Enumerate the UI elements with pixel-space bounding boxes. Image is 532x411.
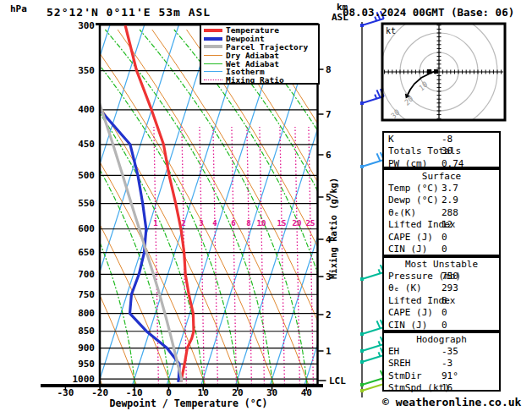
- stats-value: 0: [442, 307, 447, 319]
- stats-row: CIN (J)0: [384, 320, 499, 332]
- pressure-tick-label: 600: [59, 223, 95, 234]
- km-tick-label: 8: [326, 64, 332, 75]
- stats-label: EH: [388, 346, 399, 358]
- stats-label: StmSpd (kt): [388, 382, 450, 394]
- stats-value: 750: [442, 271, 458, 282]
- pressure-tick-label: 900: [59, 342, 95, 353]
- stats-value: 16: [442, 382, 452, 394]
- pressure-tick-label: 750: [59, 289, 95, 300]
- stats-row: Dewp (°C)2.9: [384, 195, 499, 206]
- stats-row: Lifted Index12: [384, 219, 499, 231]
- stats-label: CIN (J): [388, 320, 427, 332]
- legend-label: Dewpoint: [226, 35, 265, 42]
- stats-row: Temp (°C)3.7: [384, 183, 499, 195]
- legend-label: Dry Adiabat: [226, 52, 279, 59]
- stats-label: K: [388, 134, 394, 145]
- temp-tick-label: -30: [51, 387, 80, 398]
- legend-item: Parcel Trajectory: [204, 43, 318, 52]
- pressure-tick-label: 800: [59, 308, 95, 319]
- stats-row: CIN (J)0: [384, 244, 499, 255]
- legend-swatch-temperature: [204, 29, 222, 32]
- stats-value: 3.7: [442, 183, 458, 195]
- wind-barb-column: [360, 11, 384, 397]
- stats-box-indices: K-8Totals Totals30PW (cm)0.74: [382, 131, 501, 168]
- stats-label: StmDir: [388, 370, 422, 382]
- stats-row: EH-35: [384, 346, 499, 358]
- stats-row: CAPE (J)0: [384, 307, 499, 319]
- wind-barb: [360, 320, 384, 336]
- pressure-tick-label: 550: [59, 198, 95, 209]
- stats-value: 0: [442, 244, 447, 255]
- stats-value: -35: [442, 346, 458, 358]
- legend-swatch-dry-adiabat: [204, 55, 222, 56]
- stats-row: θₑ (K)293: [384, 282, 499, 294]
- lcl-label: LCL: [329, 375, 346, 386]
- stats-row: SREH-3: [384, 358, 499, 370]
- stats-row: Totals Totals30: [384, 145, 499, 157]
- x-axis-label: Dewpoint / Temperature (°C): [96, 397, 282, 409]
- stats-label: Temp (°C): [388, 183, 439, 195]
- pressure-unit-label: hPa: [10, 3, 27, 14]
- legend-swatch-wet-adiabat: [204, 63, 222, 64]
- mixing-ratio-tick-label: 15: [274, 219, 289, 227]
- mixing-ratio-tick-label: 1: [148, 219, 163, 227]
- stats-box-most-unstable: Most UnstablePressure (mb)750θₑ (K)293Li…: [382, 256, 501, 332]
- stats-value: 91°: [442, 370, 458, 382]
- stats-row: StmSpd (kt)16: [384, 382, 499, 394]
- pressure-tick-label: 950: [59, 359, 95, 370]
- legend-label: Temperature: [226, 26, 279, 34]
- stats-box-title: Most Unstable: [384, 259, 499, 271]
- mixing-ratio-tick-label: 10: [254, 219, 269, 227]
- pressure-tick-label: 500: [59, 170, 95, 181]
- stats-value: -8: [442, 134, 452, 145]
- stats-row: Pressure (mb)750: [384, 271, 499, 282]
- pressure-tick-label: 450: [59, 139, 95, 150]
- legend-label: Isotherm: [226, 68, 265, 75]
- legend-swatch-mixing-ratio: [204, 79, 222, 80]
- stats-value: 0: [442, 232, 447, 244]
- mixing-ratio-axis-label: Mixing Ratio (g/kg): [328, 169, 338, 279]
- mixing-ratio-tick-label: 6: [226, 219, 241, 227]
- stats-label: θₑ (K): [388, 282, 422, 294]
- copyright: © weatheronline.co.uk: [382, 396, 521, 408]
- legend-swatch-isotherm: [204, 71, 222, 72]
- skewt-page: hPa 52°12'N 0°11'E 53m ASL km ASL 08.03.…: [0, 0, 532, 411]
- pressure-tick-label: 1000: [59, 374, 95, 385]
- stats-row: K-8: [384, 134, 499, 145]
- stats-value: 293: [442, 282, 458, 294]
- stats-row: CAPE (J)0: [384, 232, 499, 244]
- stats-label: θₑ(K): [388, 207, 416, 219]
- stats-label: CAPE (J): [388, 232, 433, 244]
- stats-value: 2.9: [442, 195, 458, 206]
- pressure-tick-label: 350: [59, 65, 95, 76]
- temp-tick-label: 40: [292, 387, 321, 398]
- pressure-tick-label: 400: [59, 104, 95, 115]
- legend-box: TemperatureDewpointParcel TrajectoryDry …: [200, 24, 320, 85]
- wind-barb: [360, 152, 384, 168]
- stats-value: 30: [442, 145, 452, 157]
- pressure-tick-label: 650: [59, 247, 95, 258]
- legend-swatch-parcel-trajectory: [204, 45, 222, 48]
- mixing-ratio-tick-label: 25: [303, 219, 318, 227]
- wind-barb: [360, 337, 384, 353]
- wind-barb: [360, 89, 384, 105]
- pressure-tick-label: 700: [59, 269, 95, 280]
- stats-row: Lifted Index8: [384, 295, 499, 307]
- mixing-ratio-tick-label: 2: [176, 219, 191, 227]
- mixing-ratio-tick-label: 4: [207, 219, 222, 227]
- stats-row: θₑ(K)288: [384, 207, 499, 219]
- legend-label: Parcel Trajectory: [226, 43, 308, 51]
- stats-value: 12: [442, 219, 452, 231]
- stats-box-title: Surface: [384, 171, 499, 183]
- stats-label: SREH: [388, 358, 411, 370]
- legend-label: Mixing Ratio: [226, 76, 284, 84]
- datetime-title: 08.03.2024 00GMT (Base: 06): [343, 6, 514, 19]
- legend-item: Mixing Ratio: [204, 76, 318, 85]
- stats-value: 8: [442, 295, 447, 307]
- stats-box-surface: SurfaceTemp (°C)3.7Dewp (°C)2.9θₑ(K)288L…: [382, 168, 501, 256]
- hodograph-kt-label: kt: [386, 26, 396, 36]
- stats-label: CIN (J): [388, 244, 427, 255]
- stats-value: 288: [442, 207, 458, 219]
- stats-value: -3: [442, 358, 452, 370]
- station-title: 52°12'N 0°11'E 53m ASL: [47, 6, 211, 19]
